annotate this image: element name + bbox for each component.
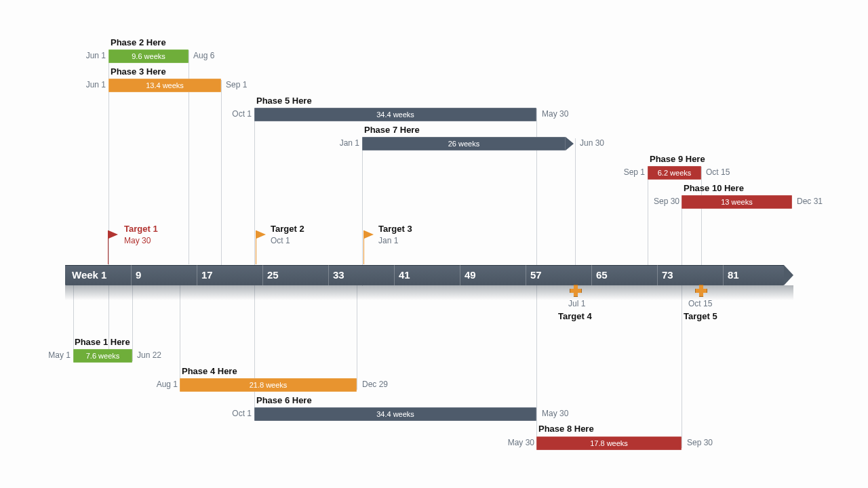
- target2-date: Oct 1: [271, 236, 290, 245]
- phase9-bar: 6.2 weeks: [648, 166, 701, 180]
- axis-tick: 57: [530, 269, 542, 281]
- cross-icon: [570, 285, 582, 297]
- phase7-title: Phase 7 Here: [364, 125, 420, 135]
- gridline: [682, 197, 682, 448]
- cross-icon: [695, 285, 707, 297]
- phase4-bar: 21.8 weeks: [180, 378, 357, 392]
- phase1-bar: 7.6 weeks: [73, 349, 132, 363]
- axis-tick: 73: [662, 269, 673, 281]
- gridline: [362, 138, 363, 286]
- phase3-title: Phase 3 Here: [111, 66, 166, 77]
- phase1-title: Phase 1 Here: [75, 337, 130, 347]
- phase8-end: Sep 30: [687, 438, 713, 447]
- target5-date: Oct 15: [688, 299, 712, 308]
- axis-tick: 33: [333, 269, 344, 281]
- phase4-title: Phase 4 Here: [182, 366, 237, 376]
- phase3-start: Jun 1: [80, 80, 106, 89]
- phase7-bar: 26 weeks: [362, 137, 566, 150]
- timeline-axis: Week 1 9 17 25 33 41 49 57 65 73 81: [65, 265, 784, 285]
- phase2-title: Phase 2 Here: [111, 37, 166, 47]
- flag-icon: [364, 230, 374, 239]
- axis-tick: 25: [267, 269, 279, 281]
- target3-label: Target 3: [378, 224, 412, 234]
- phase1-start: May 1: [42, 350, 71, 360]
- flag-icon: [256, 230, 266, 239]
- axis-tick: 9: [136, 269, 141, 281]
- flag-icon: [108, 230, 118, 239]
- phase5-title: Phase 5 Here: [256, 96, 312, 106]
- target4-date: Jul 1: [568, 299, 585, 308]
- axis-tick: 49: [465, 269, 476, 281]
- phase9-end: Oct 15: [706, 167, 730, 177]
- target1-date: May 30: [124, 236, 151, 245]
- phase2-start: Jun 1: [80, 51, 106, 60]
- phase7-end: Jun 30: [580, 138, 604, 148]
- phase8-bar: 17.8 weeks: [536, 436, 682, 450]
- phase1-end: Jun 22: [137, 350, 161, 360]
- phase5-bar: 34.4 weeks: [254, 108, 536, 121]
- target5-label: Target 5: [684, 311, 717, 321]
- phase10-start: Sep 30: [650, 197, 679, 206]
- phase10-bar: 13 weeks: [682, 195, 792, 209]
- gantt-chart: Phase 2 Here Jun 1 9.6 weeks Aug 6 Phase…: [0, 0, 868, 488]
- gridline: [132, 285, 133, 361]
- target2-label: Target 2: [271, 224, 304, 234]
- phase7-start: Jan 1: [335, 138, 359, 148]
- axis-tick: 17: [201, 269, 213, 281]
- phase5-end: May 30: [542, 109, 568, 119]
- phase2-end: Aug 6: [193, 51, 214, 60]
- phase4-start: Aug 1: [151, 380, 178, 389]
- gridline: [108, 50, 109, 355]
- phase2-bar: 9.6 weeks: [108, 49, 189, 63]
- axis-tick: 65: [596, 269, 608, 281]
- phase10-end: Dec 31: [797, 197, 823, 206]
- phase9-title: Phase 9 Here: [650, 154, 705, 164]
- gridline: [180, 285, 180, 390]
- phase4-end: Dec 29: [362, 380, 388, 389]
- gridline: [221, 80, 222, 265]
- gridline: [254, 108, 255, 420]
- phase6-end: May 30: [542, 409, 568, 418]
- phase3-end: Sep 1: [226, 80, 247, 89]
- phase8-start: May 30: [502, 438, 534, 447]
- phase6-title: Phase 6 Here: [256, 395, 312, 405]
- phase9-start: Sep 1: [620, 167, 645, 177]
- phase3-bar: 13.4 weeks: [108, 79, 221, 92]
- axis-shadow: [65, 285, 793, 300]
- axis-tick: 81: [728, 269, 739, 281]
- phase8-title: Phase 8 Here: [538, 424, 594, 434]
- gridline: [575, 138, 576, 286]
- target4-label: Target 4: [558, 311, 592, 321]
- gridline: [357, 285, 357, 390]
- axis-tick: 41: [399, 269, 410, 281]
- target1-label: Target 1: [124, 224, 158, 234]
- phase5-start: Oct 1: [227, 109, 252, 119]
- phase6-start: Oct 1: [227, 409, 252, 418]
- target3-date: Jan 1: [378, 236, 398, 245]
- phase6-bar: 34.4 weeks: [254, 407, 536, 421]
- phase10-title: Phase 10 Here: [684, 183, 744, 193]
- axis-tick: Week 1: [72, 269, 106, 281]
